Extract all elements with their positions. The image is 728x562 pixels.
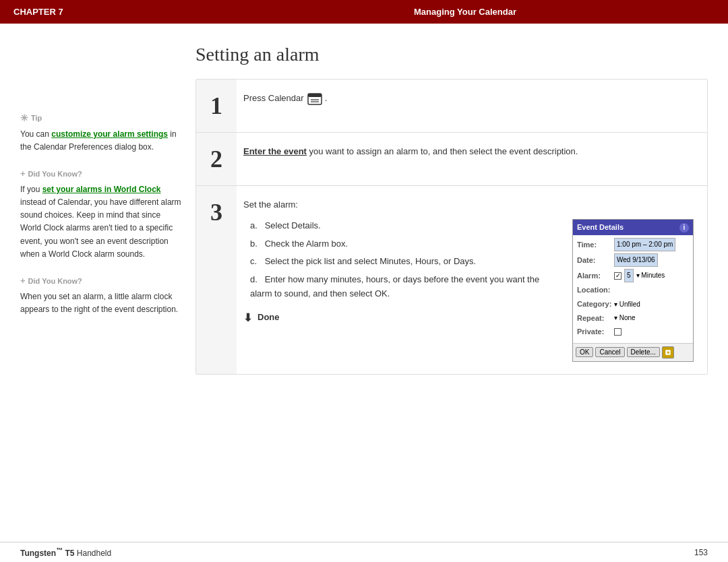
step-3-content: Set the alarm: a. Select Details. b. Che… bbox=[237, 186, 707, 374]
did-you-know-1-text: If you set your alarms in World Clock in… bbox=[20, 183, 182, 261]
tip-link-customize[interactable]: customize your alarm settings bbox=[51, 129, 168, 139]
event-category-value[interactable]: ▾ Unfiled bbox=[614, 299, 640, 310]
event-dialog-header: Event Details i bbox=[573, 220, 693, 236]
did-you-know-1-link[interactable]: set your alarms in World Clock bbox=[42, 185, 161, 194]
done-label: Done bbox=[257, 311, 280, 325]
event-dialog-footer: OK Cancel Delete... ✦ bbox=[573, 343, 693, 361]
step-3: 3 Set the alarm: a. Select Details. b. C… bbox=[196, 186, 707, 374]
tip-heading: ✳ Tip bbox=[20, 111, 182, 125]
did-you-know-1-section: + Did You Know? If you set your alarms i… bbox=[20, 167, 182, 261]
page-footer: Tungsten™ T5 Handheld 153 bbox=[0, 542, 728, 562]
calendar-icon bbox=[307, 93, 322, 105]
tip-star-icon: ✳ bbox=[20, 111, 28, 125]
steps-container: 1 Press Calendar . 2 bbox=[195, 79, 708, 375]
step-2: 2 Enter the event you want to assign an … bbox=[196, 133, 707, 186]
page-number: 153 bbox=[694, 548, 708, 557]
main-content: ✳ Tip You can customize your alarm setti… bbox=[0, 24, 728, 542]
step-3-intro: Set the alarm: bbox=[243, 198, 694, 212]
event-date-value: Wed 9/13/06 bbox=[614, 253, 658, 267]
step-2-bold: Enter the event bbox=[243, 146, 307, 156]
event-location-row: Location: bbox=[577, 284, 689, 296]
event-category-row: Category: ▾ Unfiled bbox=[577, 299, 689, 311]
page-title: Setting an alarm bbox=[195, 44, 708, 65]
content-area: Setting an alarm 1 Press Calendar bbox=[195, 44, 708, 522]
sidebar: ✳ Tip You can customize your alarm setti… bbox=[20, 44, 195, 522]
event-dialog-info-icon: i bbox=[679, 223, 689, 232]
alarm-unit-dropdown[interactable]: ▾ Minutes bbox=[636, 270, 665, 281]
step-3-sub-d: d. Enter how many minutes, hours, or day… bbox=[243, 273, 559, 301]
svg-rect-1 bbox=[308, 94, 322, 97]
step-1-number: 1 bbox=[196, 80, 237, 132]
step-3-body: a. Select Details. b. Check the Alarm bo… bbox=[243, 219, 694, 362]
svg-text:✦: ✦ bbox=[665, 350, 670, 356]
event-private-row: Private: bbox=[577, 326, 689, 338]
did-you-know-2-section: + Did You Know? When you set an alarm, a… bbox=[20, 274, 182, 316]
event-time-value: 1:00 pm – 2:00 pm bbox=[614, 238, 675, 251]
event-dialog: Event Details i Time: 1:00 pm – 2:00 pm bbox=[572, 219, 694, 362]
page-header: CHAPTER 7 Managing Your Calendar bbox=[0, 0, 728, 24]
footer-brand: Tungsten™ T5 Handheld bbox=[20, 547, 111, 558]
plus-icon-1: + bbox=[20, 167, 26, 181]
event-repeat-value[interactable]: ▾ None bbox=[614, 313, 636, 323]
event-dialog-body: Time: 1:00 pm – 2:00 pm Date: Wed 9/13/0… bbox=[573, 235, 693, 342]
step-3-number: 3 bbox=[196, 186, 237, 374]
done-arrow-icon: ⬇ bbox=[243, 309, 252, 327]
event-time-row: Time: 1:00 pm – 2:00 pm bbox=[577, 238, 689, 251]
step-3-left: a. Select Details. b. Check the Alarm bo… bbox=[243, 219, 559, 362]
step-3-sub-c: c. Select the pick list and select Minut… bbox=[243, 255, 559, 269]
step-2-number: 2 bbox=[196, 133, 237, 185]
event-private-checkbox[interactable] bbox=[614, 328, 621, 336]
step-1: 1 Press Calendar . bbox=[196, 80, 707, 133]
tip-text: You can customize your alarm settings in… bbox=[20, 128, 182, 154]
done-row: ⬇ Done bbox=[243, 309, 559, 327]
plus-icon-2: + bbox=[20, 274, 26, 288]
event-ok-button[interactable]: OK bbox=[576, 347, 593, 357]
alarm-number-value: 5 bbox=[624, 269, 634, 282]
step-2-content: Enter the event you want to assign an al… bbox=[237, 133, 707, 185]
alarm-checkbox[interactable]: ✓ bbox=[614, 272, 621, 280]
step-3-sub-b: b. Check the Alarm box. bbox=[243, 237, 559, 251]
chapter-title: Managing Your Calendar bbox=[216, 7, 715, 17]
event-cancel-button[interactable]: Cancel bbox=[595, 347, 624, 357]
tip-section: ✳ Tip You can customize your alarm setti… bbox=[20, 111, 182, 154]
event-date-row: Date: Wed 9/13/06 bbox=[577, 253, 689, 267]
event-icon-button[interactable]: ✦ bbox=[662, 346, 674, 358]
chapter-label: CHAPTER 7 bbox=[13, 7, 216, 17]
did-you-know-2-heading: + Did You Know? bbox=[20, 274, 182, 288]
step-1-content: Press Calendar . bbox=[237, 80, 707, 132]
alarm-number-group: ✓ 5 ▾ Minutes bbox=[614, 269, 665, 282]
did-you-know-2-text: When you set an alarm, a little alarm cl… bbox=[20, 290, 182, 316]
step-3-sub-a: a. Select Details. bbox=[243, 219, 559, 233]
event-dialog-container: Event Details i Time: 1:00 pm – 2:00 pm bbox=[572, 219, 694, 362]
event-alarm-row: Alarm: ✓ 5 ▾ Minutes bbox=[577, 269, 689, 282]
event-delete-button[interactable]: Delete... bbox=[627, 347, 660, 357]
event-repeat-row: Repeat: ▾ None bbox=[577, 313, 689, 325]
did-you-know-1-heading: + Did You Know? bbox=[20, 167, 182, 181]
